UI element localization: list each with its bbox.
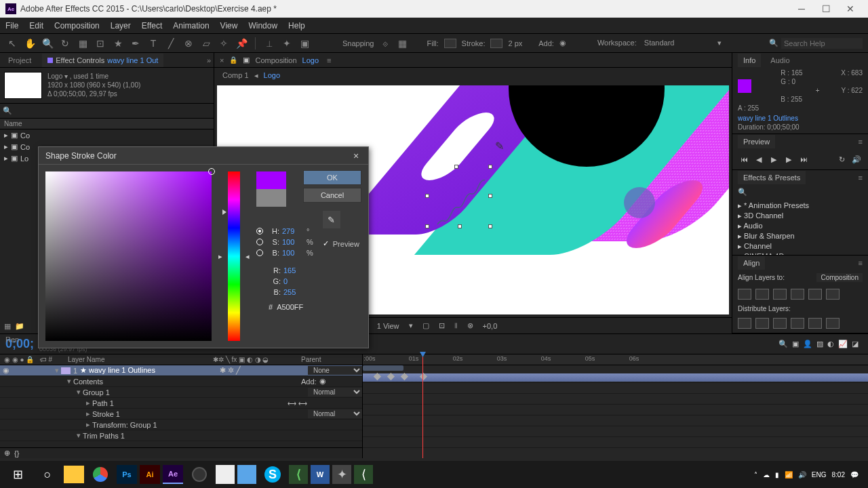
type-tool[interactable]: T (146, 37, 160, 50)
align-bottom[interactable] (826, 289, 840, 300)
add-icon[interactable]: ◉ (559, 39, 566, 47)
app-icon-2[interactable]: ✦ (332, 465, 351, 484)
tab-preview[interactable]: Preview (738, 135, 775, 148)
next-frame-button[interactable]: ▶ (783, 153, 795, 165)
view-axis-icon[interactable]: ▣ (298, 37, 311, 50)
dist-vcenter[interactable] (755, 318, 769, 329)
path-row[interactable]: ▸Path 1 ⟷ ⟷ (0, 398, 362, 409)
old-color-swatch[interactable] (256, 189, 286, 207)
pan-behind-tool[interactable]: ⊡ (94, 37, 107, 50)
dist-top[interactable] (738, 318, 751, 329)
ep-item[interactable]: ▸ Audio (732, 221, 868, 231)
maximize-button[interactable]: ☐ (814, 0, 838, 18)
tl-search-icon[interactable]: 🔍 (778, 340, 788, 348)
stroke-mode-dropdown[interactable]: Normal (308, 409, 362, 418)
contents-row[interactable]: ▾ Contents Add:◉ (0, 376, 362, 387)
region-icon[interactable]: ⊡ (439, 321, 445, 330)
group-row[interactable]: ▾ Group 1 Normal (0, 387, 362, 398)
view-layout-dropdown[interactable]: 1 View (377, 322, 399, 330)
tray-notifications-icon[interactable]: 💬 (850, 471, 859, 479)
time-ruler[interactable]: :00s 01s 02s 03s 04s 05s 06s (363, 354, 868, 365)
shape-tool[interactable]: ★ (111, 37, 125, 50)
snap-grid-icon[interactable]: ▦ (396, 37, 410, 50)
stroke-width[interactable]: 2 px (508, 39, 522, 47)
snapshot-icon[interactable]: ⊗ (467, 321, 473, 330)
last-frame-button[interactable]: ⏭ (797, 153, 810, 165)
minimize-button[interactable]: ─ (789, 0, 814, 18)
tab-align[interactable]: Align (738, 256, 765, 270)
layer-row[interactable]: ◉ ▾ 1 ★ wavy line 1 Outlines ✱ ✲ ╱ None (0, 365, 362, 376)
tab-effect-controls[interactable]: Effect Controls wavy line 1 Out (42, 54, 163, 67)
local-axis-icon[interactable]: ⟂ (262, 37, 276, 50)
eyedropper-button[interactable]: ✎ (323, 211, 340, 228)
tray-wifi-icon[interactable]: 📶 (785, 471, 793, 479)
calculator-icon[interactable] (216, 465, 235, 484)
tray-cloud-icon[interactable]: ☁ (763, 471, 770, 479)
menu-window[interactable]: Window (248, 21, 277, 30)
panel-menu-icon[interactable]: » (207, 56, 211, 64)
menu-layer[interactable]: Layer (111, 21, 131, 30)
ep-item[interactable]: ▸ 3D Channel (732, 211, 868, 221)
exposure-value[interactable]: +0,0 (483, 322, 498, 330)
skype-icon[interactable]: S (259, 463, 286, 486)
green-value[interactable]: 0 (283, 277, 305, 285)
tl-shy-icon[interactable]: 👤 (803, 340, 812, 348)
tl-graph-icon[interactable]: 📈 (838, 340, 848, 348)
trim-paths-row[interactable]: ▾Trim Paths 1 (0, 430, 362, 441)
start-button[interactable]: ⊞ (4, 463, 31, 486)
camera-tool[interactable]: ▦ (76, 37, 90, 50)
hue-radio[interactable] (256, 228, 263, 235)
rotation-tool[interactable]: ↻ (58, 37, 72, 50)
word-icon[interactable]: W (311, 465, 330, 484)
bright-value[interactable]: 100 (282, 249, 304, 257)
hand-tool[interactable]: ✋ (23, 37, 37, 50)
align-right[interactable] (773, 289, 787, 300)
align-target-dropdown[interactable]: Composition (816, 273, 863, 282)
tl-comp-icon[interactable]: ▣ (792, 340, 799, 348)
stroke-swatch[interactable] (490, 39, 502, 48)
channel-icon[interactable]: ⫴ (454, 321, 458, 330)
project-search-icon[interactable]: 🔍 (3, 106, 12, 115)
world-axis-icon[interactable]: ✦ (280, 37, 294, 50)
search-help-input[interactable] (781, 38, 863, 49)
aftereffects-icon[interactable]: Ae (163, 465, 183, 484)
layer-name[interactable]: ★ wavy line 1 Outlines (80, 366, 155, 375)
prev-frame-button[interactable]: ◀ (753, 153, 765, 165)
add-content-icon[interactable]: ◉ (319, 377, 326, 386)
saturation-value-picker[interactable] (45, 171, 212, 341)
menu-composition[interactable]: Composition (54, 21, 100, 30)
brush-tool[interactable]: ╱ (164, 37, 178, 50)
ep-item[interactable]: ▸ Channel (732, 241, 868, 251)
composition-tab-name[interactable]: Logo (302, 56, 319, 64)
toggle-switches-icon[interactable]: ⊕ (4, 449, 10, 458)
pen-tool[interactable]: ✒ (129, 37, 142, 50)
layer-duration-bar[interactable] (363, 373, 868, 382)
red-value[interactable]: 165 (283, 266, 305, 274)
lock-icon[interactable]: 🔒 (229, 56, 237, 64)
tab-info[interactable]: Info (738, 54, 761, 67)
toggle-modes-icon[interactable]: {} (14, 449, 19, 458)
transform-row[interactable]: ▸Transform: Group 1 (0, 420, 362, 430)
play-button[interactable]: ▶ (768, 153, 780, 165)
project-item[interactable]: ▸▣Co (0, 129, 214, 141)
menu-edit[interactable]: Edit (29, 21, 43, 30)
stroke-row[interactable]: ▸Stroke 1 Normal (0, 409, 362, 420)
app-icon-3[interactable]: ⟨ (354, 465, 373, 484)
tab-effects-presets[interactable]: Effects & Presets (738, 171, 806, 184)
zoom-tool[interactable]: 🔍 (41, 37, 54, 50)
menu-animation[interactable]: Animation (173, 21, 209, 30)
cancel-button[interactable]: Cancel (303, 188, 361, 203)
puppet-tool[interactable]: 📌 (235, 37, 248, 50)
ok-button[interactable]: OK (303, 170, 361, 185)
tray-language[interactable]: ENG (812, 471, 827, 479)
tl-draft3d-icon[interactable]: ◪ (852, 340, 859, 348)
hue-slider[interactable] (228, 171, 240, 341)
photoshop-icon[interactable]: Ps (117, 465, 137, 484)
loop-button[interactable]: ↻ (835, 153, 848, 165)
file-explorer-icon[interactable] (64, 466, 84, 483)
sat-radio[interactable] (256, 239, 263, 245)
blue-value[interactable]: 255 (283, 288, 305, 296)
ep-item[interactable]: ▸ * Animation Presets (732, 201, 868, 211)
tray-chevron-icon[interactable]: ˄ (754, 471, 757, 479)
tab-project[interactable]: Project (3, 54, 37, 67)
